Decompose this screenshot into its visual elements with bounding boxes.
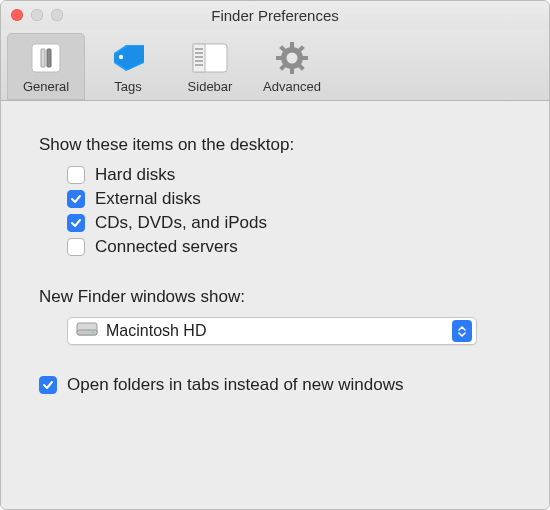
zoom-icon[interactable]	[51, 9, 63, 21]
svg-point-23	[92, 331, 94, 333]
preferences-window: Finder Preferences General Tags	[0, 0, 550, 510]
content-pane: Show these items on the desktop: Hard di…	[1, 101, 549, 509]
svg-rect-22	[77, 330, 97, 335]
tab-tags[interactable]: Tags	[89, 33, 167, 100]
label-hard-disks: Hard disks	[95, 165, 175, 185]
label-cds-dvds-ipods: CDs, DVDs, and iPods	[95, 213, 267, 233]
label-external-disks: External disks	[95, 189, 201, 209]
tab-label: Sidebar	[173, 79, 247, 94]
minimize-icon[interactable]	[31, 9, 43, 21]
row-open-in-tabs: Open folders in tabs instead of new wind…	[39, 375, 511, 395]
sidebar-icon	[173, 39, 247, 77]
tab-advanced[interactable]: Advanced	[253, 33, 331, 100]
tags-icon	[91, 39, 165, 77]
svg-rect-2	[47, 49, 51, 67]
window-title: Finder Preferences	[1, 7, 549, 24]
checkbox-open-in-tabs[interactable]	[39, 376, 57, 394]
new-windows-select[interactable]: Macintosh HD	[67, 317, 477, 345]
checkbox-cds-dvds-ipods[interactable]	[67, 214, 85, 232]
checkbox-external-disks[interactable]	[67, 190, 85, 208]
checkbox-hard-disks[interactable]	[67, 166, 85, 184]
toolbar: General Tags	[1, 29, 549, 101]
tab-general[interactable]: General	[7, 33, 85, 100]
desktop-items-heading: Show these items on the desktop:	[39, 135, 511, 155]
svg-point-3	[119, 55, 123, 59]
chevron-up-down-icon	[452, 320, 472, 342]
close-icon[interactable]	[11, 9, 23, 21]
new-windows-value: Macintosh HD	[106, 322, 444, 340]
hdd-icon	[76, 321, 98, 342]
row-external-disks: External disks	[67, 189, 511, 209]
checkbox-connected-servers[interactable]	[67, 238, 85, 256]
label-open-in-tabs: Open folders in tabs instead of new wind…	[67, 375, 403, 395]
titlebar: Finder Preferences	[1, 1, 549, 29]
tab-label: Advanced	[255, 79, 329, 94]
svg-rect-0	[32, 44, 60, 72]
svg-rect-5	[193, 44, 205, 72]
gear-icon	[255, 39, 329, 77]
window-controls	[11, 9, 63, 21]
row-hard-disks: Hard disks	[67, 165, 511, 185]
row-connected-servers: Connected servers	[67, 237, 511, 257]
row-cds-dvds-ipods: CDs, DVDs, and iPods	[67, 213, 511, 233]
tab-sidebar[interactable]: Sidebar	[171, 33, 249, 100]
tab-label: Tags	[91, 79, 165, 94]
general-icon	[9, 39, 83, 77]
tab-label: General	[9, 79, 83, 94]
svg-point-20	[287, 53, 298, 64]
svg-rect-1	[41, 49, 45, 67]
new-windows-heading: New Finder windows show:	[39, 287, 511, 307]
label-connected-servers: Connected servers	[95, 237, 238, 257]
